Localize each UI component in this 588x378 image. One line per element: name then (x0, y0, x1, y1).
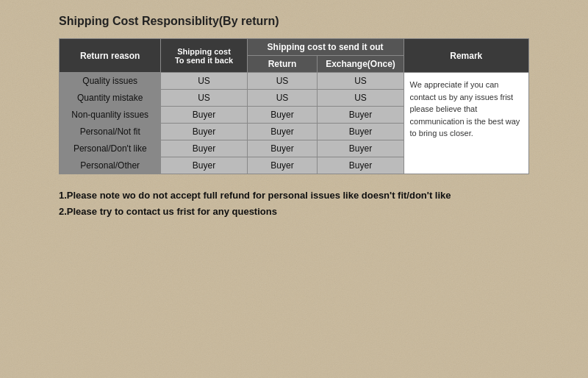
table-row: Personal/Not fit (60, 124, 161, 140)
table-row: Buyer (161, 124, 247, 140)
col-shipping-out: Shipping cost to send it out (247, 39, 404, 56)
table-row: US (247, 90, 318, 107)
table-row: Buyer (318, 124, 404, 140)
table-row: Buyer (161, 140, 247, 157)
col-remark: Remark (404, 39, 528, 73)
col-return-reason: Return reason (60, 39, 161, 73)
table-row: Buyer (247, 107, 318, 124)
table-row: US (318, 73, 404, 90)
table-row: Buyer (318, 157, 404, 174)
table-row: Buyer (161, 157, 247, 174)
footer-line2: 2.Please try to contact us frist for any… (59, 204, 451, 220)
table-row: Buyer (318, 140, 404, 157)
table-row: Buyer (247, 140, 318, 157)
table-row: US (247, 73, 318, 90)
table-row: US (161, 73, 247, 90)
table-row: Personal/Other (60, 157, 161, 174)
page-title: Shipping Cost Responsiblity(By return) (59, 15, 279, 28)
table-row: US (318, 90, 404, 107)
table-row: Buyer (247, 157, 318, 174)
footer-line1: 1.Please note wo do not accept full refu… (59, 188, 451, 204)
table-row: Buyer (161, 107, 247, 124)
remark-cell: We appreciate if you can contact us by a… (404, 73, 528, 174)
footer-notes: 1.Please note wo do not accept full refu… (59, 188, 451, 220)
table-row: Buyer (318, 107, 404, 124)
col-shipping-back: Shipping costTo send it back (161, 39, 247, 73)
col-return: Return (247, 56, 318, 73)
table-row: Buyer (247, 124, 318, 140)
table-row: Quality issues (60, 73, 161, 90)
table-row: Quantity mistake (60, 90, 161, 107)
table-row: Personal/Don't like (60, 140, 161, 157)
table-row: Non-quanlity issues (60, 107, 161, 124)
shipping-table: Return reason Shipping costTo send it ba… (59, 38, 529, 174)
col-exchange: Exchange(Once) (318, 56, 404, 73)
table-row: US (161, 90, 247, 107)
